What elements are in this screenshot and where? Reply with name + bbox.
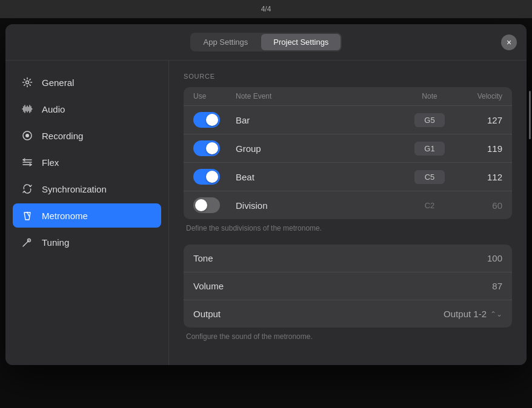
app-settings-tab[interactable]: App Settings (191, 34, 261, 50)
table-row-beat: Beat C5 112 (184, 163, 512, 191)
svg-point-4 (27, 212, 28, 213)
toggle-bar[interactable] (193, 112, 220, 128)
scrollbar[interactable] (528, 18, 532, 408)
sidebar-item-flex[interactable]: Flex (13, 150, 161, 174)
sidebar-item-metronome[interactable]: Metronome (13, 203, 161, 228)
table-row-division: Division C2 60 (184, 191, 512, 219)
chevron-icon: ⌃⌄ (490, 310, 502, 318)
group-label: Group (236, 143, 405, 154)
sound-settings-section: Tone 100 Volume 87 Output (184, 245, 512, 327)
tone-row: Tone 100 (184, 245, 512, 272)
metronome-icon (21, 209, 33, 222)
svg-point-2 (25, 134, 29, 137)
volume-row: Volume 87 (184, 272, 512, 300)
modal-body: General Audio (5, 61, 527, 365)
table-header: Use Note Event Note Velocity (184, 87, 512, 106)
top-bar: 4/4 (0, 0, 532, 18)
col-note: Note (405, 92, 454, 100)
table-row-bar: Bar G5 127 (184, 106, 512, 134)
counter-display: 4/4 (261, 5, 271, 13)
sidebar-item-synchronization[interactable]: Synchronization (13, 177, 161, 201)
svg-point-0 (26, 81, 29, 84)
tone-value[interactable]: 100 (487, 253, 502, 263)
main-content: SOURCE Use Note Event Note Velocity (169, 61, 527, 365)
sidebar-item-tuning[interactable]: Tuning (13, 230, 161, 254)
tone-label: Tone (193, 253, 213, 263)
project-settings-tab[interactable]: Project Settings (261, 34, 341, 50)
bar-velocity: 127 (454, 115, 502, 125)
volume-value[interactable]: 87 (492, 281, 502, 291)
beat-velocity: 112 (454, 172, 502, 182)
division-velocity: 60 (454, 200, 502, 211)
metronome-label: Metronome (42, 211, 88, 221)
modal-header: App Settings Project Settings × (5, 24, 527, 61)
col-use: Use (193, 92, 236, 100)
sound-helper-text: Configure the sound of the metronome. (184, 332, 512, 341)
sidebar-item-general[interactable]: General (13, 70, 161, 94)
gear-icon (21, 76, 33, 88)
sidebar-item-audio[interactable]: Audio (13, 97, 161, 121)
audio-label: Audio (42, 104, 65, 114)
table-row-group: Group G1 119 (184, 134, 512, 163)
volume-label: Volume (193, 281, 224, 291)
recording-label: Recording (42, 131, 83, 141)
close-button[interactable]: × (501, 35, 517, 50)
source-table: Use Note Event Note Velocity Bar G5 (184, 87, 512, 219)
toggle-group[interactable] (193, 140, 220, 156)
toggle-beat[interactable] (193, 169, 220, 185)
sidebar: General Audio (5, 61, 169, 365)
flex-label: Flex (42, 157, 59, 168)
tuning-icon (21, 236, 33, 248)
waveform-icon (21, 103, 33, 115)
settings-modal: App Settings Project Settings × General (5, 24, 527, 365)
col-note-event: Note Event (236, 92, 405, 100)
bar-note: G5 (414, 113, 445, 127)
flex-icon (21, 156, 33, 168)
division-note: C2 (414, 199, 445, 212)
group-velocity: 119 (454, 143, 502, 154)
toggle-division[interactable] (193, 197, 220, 213)
sync-icon (21, 183, 33, 195)
synchronization-label: Synchronization (42, 184, 107, 194)
group-note: G1 (414, 142, 445, 156)
tab-switcher: App Settings Project Settings (190, 33, 342, 51)
record-icon (21, 130, 33, 142)
output-label: Output (193, 309, 221, 319)
modal-overlay: App Settings Project Settings × General (0, 18, 532, 408)
output-row: Output Output 1-2 ⌃⌄ (184, 300, 512, 327)
general-label: General (42, 77, 74, 88)
output-value[interactable]: Output 1-2 ⌃⌄ (444, 309, 502, 319)
bar-label: Bar (236, 115, 405, 125)
division-label: Division (236, 200, 405, 211)
sidebar-item-recording[interactable]: Recording (13, 123, 161, 148)
col-velocity: Velocity (454, 92, 502, 100)
source-section-title: SOURCE (184, 73, 512, 80)
tuning-label: Tuning (42, 237, 69, 248)
source-helper-text: Define the subdivisions of the metronome… (184, 224, 512, 232)
scroll-thumb[interactable] (529, 91, 531, 139)
beat-note: C5 (414, 170, 445, 184)
beat-label: Beat (236, 172, 405, 182)
